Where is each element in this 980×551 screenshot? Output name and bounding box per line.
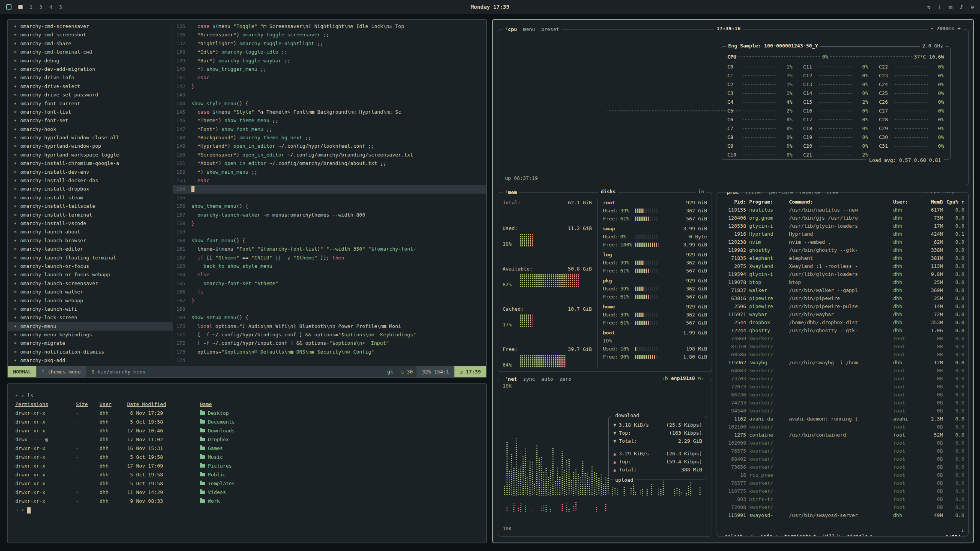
code-line[interactable]: 137 *Nightlight*) omarchy-toggle-nightli… — [173, 39, 486, 48]
net-sync-button[interactable]: sync — [523, 376, 535, 382]
file-list-item[interactable]: omarchy-lock-screen — [8, 313, 173, 322]
code-line[interactable]: 154} — [173, 185, 486, 193]
file-list-item[interactable]: omarchy-menu-keybindings — [8, 331, 173, 339]
power-icon[interactable]: ⊙ — [971, 4, 974, 10]
process-row[interactable]: 76575 kworker/ root 0B 0.0 — [717, 447, 968, 455]
process-row[interactable]: 76577 kworker/ root 0B 0.0 — [717, 479, 968, 487]
code-line[interactable]: 170 local options="♪ Audio\n≋ Wifi\nᛒ Bl… — [173, 322, 486, 331]
process-row[interactable]: 12244 ghostty /usr/bin/ghostty --gtk- dh… — [717, 326, 968, 334]
workspace-button[interactable]: 4 — [49, 4, 52, 10]
code-line[interactable]: 151 *About*) open_in_editor ~/.config/om… — [173, 159, 486, 168]
code-line[interactable]: 159 — [173, 228, 486, 236]
bluetooth-icon[interactable]: ᛒ — [938, 4, 941, 10]
file-list-item[interactable]: omarchy-hyprland-window-close-all — [8, 134, 173, 142]
code-line[interactable]: 174 — [173, 356, 486, 365]
per-core-button[interactable]: per-core — [769, 192, 793, 195]
process-row[interactable]: 71835 elephant elephant dhh 381M 0.0 — [717, 254, 968, 262]
code-line[interactable]: 157 omarchy-launch-walker -m menus:omarc… — [173, 211, 486, 219]
process-row[interactable]: 115962 swaybg /usr/bin/swaybg -i /hom dh… — [717, 359, 968, 367]
code-line[interactable]: 164 else — [173, 271, 486, 279]
process-row[interactable]: 64683 kworker/ root 0B 0.0 — [717, 367, 968, 375]
process-row[interactable]: 68586 kworker/ root 0B 0.0 — [717, 350, 968, 359]
code-line[interactable]: 135 case $(menu "Toggle" "▢ Screensaver\… — [173, 22, 486, 31]
code-line[interactable]: 144show_style_menu() { — [173, 99, 486, 108]
code-line[interactable]: 152 *) show_main_menu ;; — [173, 168, 486, 176]
code-line[interactable]: 161 theme=$(menu "Font" "$(omarchy-font-… — [173, 245, 486, 253]
terminal-window[interactable]: ~ › ls PermissionsSizeUserDate ModifiedN… — [7, 383, 487, 543]
process-row[interactable]: 115971 waybar /usr/bin/waybar dhh 72M 0.… — [717, 310, 968, 318]
code-line[interactable]: 171 [ -f ~/.config/hypr/bindings.conf ] … — [173, 331, 486, 339]
file-list-item[interactable]: omarchy-install-dev-env — [8, 168, 173, 176]
file-list-item[interactable]: omarchy-drive-select — [8, 82, 173, 91]
file-list-item[interactable]: omarchy-hyprland-workspace-toggle — [8, 151, 173, 159]
code-line[interactable]: 153 esac — [173, 176, 486, 185]
file-list-item[interactable]: omarchy-install-dropbox — [8, 185, 173, 193]
process-row[interactable]: 1916 Hyprland Hyprland dhh 424M 0.1 — [717, 230, 968, 238]
code-line[interactable]: 149 *Hyprland*) open_in_editor ~/.config… — [173, 142, 486, 150]
interval-decrease-button[interactable]: - — [930, 26, 933, 31]
file-list-item[interactable]: omarchy-launch-floating-terminal- — [8, 254, 173, 262]
tree-button[interactable]: tree — [826, 192, 838, 195]
prev-interface-button[interactable]: ‹b — [662, 375, 668, 381]
code-line[interactable]: 145 case $(menu "Style" "◑ Theme\n✎ Font… — [173, 108, 486, 116]
code-line[interactable]: 148 *Background*) omarchy-theme-bg-next … — [173, 134, 486, 142]
footer-action-button[interactable]: info⏎ — [760, 533, 777, 536]
code-line[interactable]: 162 if [[ "$theme" == "CNCLD" || -z "$th… — [173, 254, 486, 262]
code-line[interactable]: 166 fi — [173, 288, 486, 296]
process-row[interactable]: 72088 kworker/ root 0B 0.0 — [717, 503, 968, 511]
file-list-item[interactable]: omarchy-launch-about — [8, 228, 173, 236]
code-line[interactable]: 160show_font_menu() { — [173, 236, 486, 245]
file-list-item[interactable]: omarchy-migrate — [8, 339, 173, 347]
code-line[interactable]: 169show_setup_menu() { — [173, 313, 486, 322]
scroll-down-icon[interactable]: ↓ — [961, 527, 964, 533]
clock[interactable]: Monday 17:39 — [470, 4, 509, 10]
file-list-item[interactable]: omarchy-launch-browser — [8, 236, 173, 245]
file-list-item[interactable]: omarchy-cmd-screensaver — [8, 22, 173, 31]
file-list-item[interactable]: omarchy-install-steam — [8, 194, 173, 202]
process-row[interactable]: 2075 Xwayland Xwayland :1 -rootless - dh… — [717, 262, 968, 270]
sort-direction-icon[interactable]: ↑ — [961, 199, 964, 205]
process-row[interactable]: 120538 glycin-i /usr/lib/glycin-loaders … — [717, 222, 968, 230]
code-line[interactable]: 139 *Bar*) omarchy-toggle-waybar ;; — [173, 57, 486, 65]
code-line[interactable]: 150 *Screensaver*) open_in_editor ~/.con… — [173, 151, 486, 159]
footer-action-button[interactable]: select↓ ↑ — [725, 533, 753, 536]
interval-increase-button[interactable]: + — [957, 26, 960, 31]
process-row[interactable]: 94540 kworker/ root 0B 0.0 — [717, 407, 968, 415]
process-row[interactable]: 81310 kworker/ root 0B 0.0 — [717, 342, 968, 350]
preset-button[interactable]: preset — [541, 26, 559, 32]
file-list-item[interactable]: omarchy-launch-walker — [8, 288, 173, 296]
net-zero-button[interactable]: zero — [559, 376, 571, 382]
io-toggle-button[interactable]: io — [696, 189, 706, 194]
process-row[interactable]: 1275 containe /usr/bin/containerd root 5… — [717, 431, 968, 439]
workspace-indicator-icon[interactable] — [18, 5, 23, 9]
file-list-item[interactable]: omarchy-hook — [8, 125, 173, 134]
net-auto-button[interactable]: auto — [541, 376, 553, 382]
code-line[interactable]: 158} — [173, 219, 486, 228]
code-line[interactable]: 138 *Idle*) omarchy-toggle-idle ;; — [173, 48, 486, 56]
process-row[interactable]: 119078 btop btop dhh 25M 0.0 — [717, 278, 968, 286]
code-line[interactable]: 167} — [173, 297, 486, 305]
process-row[interactable]: 63816 pipewire /usr/bin/pipewire dhh 25M… — [717, 294, 968, 302]
file-list-item[interactable]: omarchy-font-current — [8, 99, 173, 108]
process-row[interactable]: 1162 avahi-da avahi-daemon: running [ av… — [717, 415, 968, 423]
active-workspace-icon[interactable] — [6, 4, 11, 10]
file-list-item[interactable]: omarchy-debug — [8, 57, 173, 65]
code-editor[interactable]: 135 case $(menu "Toggle" "▢ Screensaver\… — [173, 22, 486, 366]
code-line[interactable]: 142} — [173, 82, 486, 91]
process-row[interactable]: 66736 kworker/ root 0B 0.0 — [717, 391, 968, 399]
file-list-item[interactable]: omarchy-install-terminal — [8, 211, 173, 219]
sort-selector[interactable]: ‹ cpu lazy › — [922, 192, 963, 194]
process-row[interactable]: 74869 kworker/ root 0B 0.0 — [717, 334, 968, 342]
file-list-item[interactable]: omarchy-launch-editor — [8, 245, 173, 253]
process-row[interactable]: 119982 ghostty /usr/bin/ghostty --gtk- d… — [717, 246, 968, 254]
file-list-item[interactable]: omarchy-font-list — [8, 108, 173, 116]
keyboard-icon[interactable]: ▤ — [949, 4, 952, 10]
file-list-item[interactable]: omarchy-cmd-share — [8, 39, 173, 48]
process-row[interactable]: 72073 kworker/ root 0B 0.0 — [717, 383, 968, 391]
file-list-item[interactable]: omarchy-install-docker-dbs — [8, 176, 173, 185]
file-list-item[interactable]: omarchy-install-vscode — [8, 219, 173, 228]
filter-button[interactable]: filter — [745, 192, 763, 195]
file-list-item[interactable]: omarchy-install-tailscale — [8, 202, 173, 210]
process-row[interactable]: 119155 nautilus /usr/bin/nautilus --new … — [717, 206, 968, 214]
file-list-item[interactable]: omarchy-install-chromium-google-a — [8, 159, 173, 168]
